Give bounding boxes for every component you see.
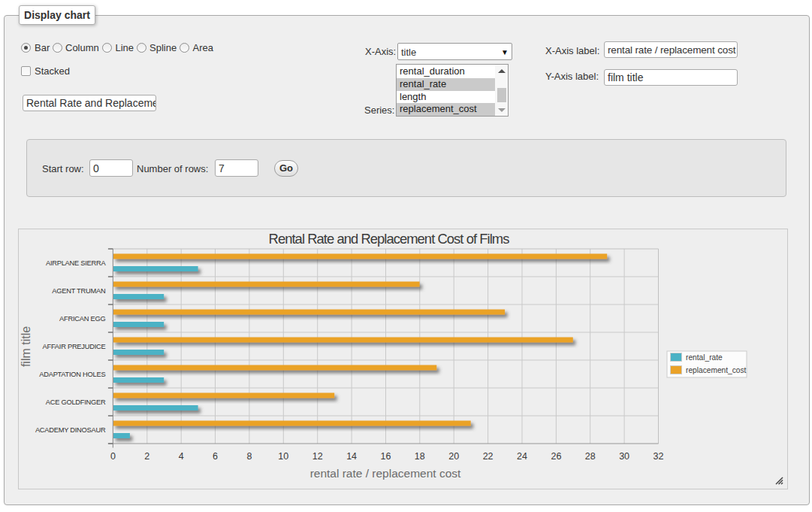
svg-text:6: 6 xyxy=(213,451,218,462)
svg-text:rental rate / replacement cost: rental rate / replacement cost xyxy=(310,467,461,480)
svg-text:14: 14 xyxy=(346,451,357,462)
svg-text:AFFAIR PREJUDICE: AFFAIR PREJUDICE xyxy=(43,343,106,350)
svg-text:2: 2 xyxy=(144,451,149,462)
svg-text:replacement_cost: replacement_cost xyxy=(686,366,747,374)
svg-text:10: 10 xyxy=(278,451,288,462)
svg-text:32: 32 xyxy=(654,451,664,462)
svg-text:24: 24 xyxy=(517,451,527,462)
svg-text:0: 0 xyxy=(110,451,116,462)
svg-text:ADAPTATION HOLES: ADAPTATION HOLES xyxy=(39,371,105,378)
svg-text:4: 4 xyxy=(179,451,184,462)
svg-text:26: 26 xyxy=(551,451,561,462)
svg-text:ACE GOLDFINGER: ACE GOLDFINGER xyxy=(46,398,106,406)
svg-text:22: 22 xyxy=(483,451,494,462)
svg-text:28: 28 xyxy=(585,451,596,462)
svg-text:film title: film title xyxy=(20,326,32,367)
svg-text:AGENT TRUMAN: AGENT TRUMAN xyxy=(52,287,105,295)
svg-text:Rental Rate and Replacement Co: Rental Rate and Replacement Cost of Film… xyxy=(269,231,510,247)
svg-text:AIRPLANE SIERRA: AIRPLANE SIERRA xyxy=(46,259,106,267)
svg-text:18: 18 xyxy=(415,451,425,462)
svg-text:AFRICAN EGG: AFRICAN EGG xyxy=(59,315,105,323)
svg-text:8: 8 xyxy=(246,451,252,462)
svg-text:ACADEMY DINOSAUR: ACADEMY DINOSAUR xyxy=(35,426,106,434)
svg-text:30: 30 xyxy=(619,451,629,462)
svg-text:12: 12 xyxy=(312,451,323,462)
svg-text:16: 16 xyxy=(381,451,391,462)
svg-text:rental_rate: rental_rate xyxy=(686,353,723,362)
svg-text:20: 20 xyxy=(448,451,459,462)
